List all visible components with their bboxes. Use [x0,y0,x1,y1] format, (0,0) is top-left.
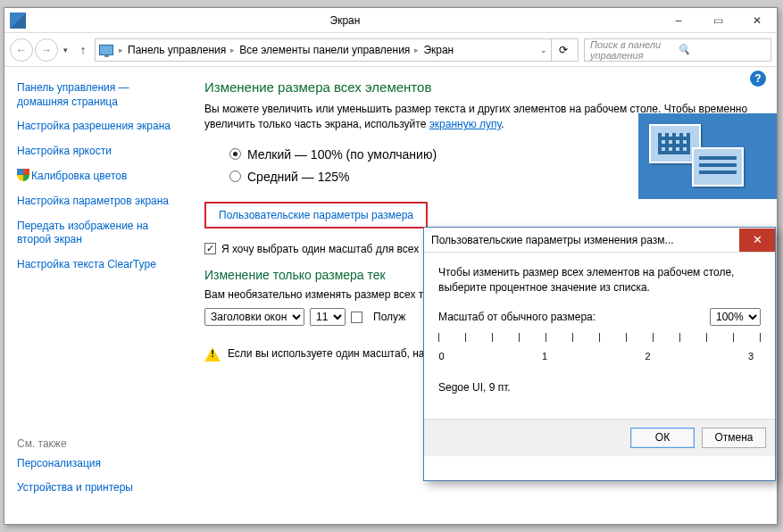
maximize-button[interactable]: ▭ [698,9,737,32]
font-sample: Segoe UI, 9 пт. [438,381,761,394]
dialog-ok-button[interactable]: ОК [630,428,695,448]
nav-up-button[interactable]: ↑ [73,43,93,57]
crumb-1[interactable]: Панель управления [128,44,226,56]
element-select[interactable]: Заголовки окон [204,308,304,326]
nav-forward-button[interactable]: → [35,38,58,62]
scale-preview [638,113,777,199]
custom-size-highlight: Пользовательские параметры размера [204,202,428,229]
crumb-3[interactable]: Экран [423,44,454,56]
nav-back-button[interactable]: ← [10,38,33,62]
nav-bar: ← → ▾ ↑ ▸ Панель управления ▸ Все элемен… [4,33,777,67]
sidebar-brightness[interactable]: Настройка яркости [17,145,112,157]
dpi-ruler[interactable]: 0 1 2 3 [438,333,761,369]
sidebar-color-calibration[interactable]: Калибровка цветов [31,170,127,182]
dialog-title: Пользовательские параметры изменения раз… [431,234,739,246]
fontsize-select[interactable]: 11 [310,308,346,326]
dialog-close-button[interactable]: ✕ [739,229,775,252]
bold-checkbox[interactable] [351,312,362,323]
see-also-personalization[interactable]: Персонализация [17,457,101,470]
dialog-cancel-button[interactable]: Отмена [702,428,766,448]
one-scale-checkbox[interactable]: ✓ [204,243,216,254]
dialog-titlebar[interactable]: Пользовательские параметры изменения раз… [424,228,775,253]
sidebar-project[interactable]: Передать изображение на второй экран [17,220,148,246]
close-button[interactable]: ✕ [737,9,777,32]
custom-dpi-dialog: Пользовательские параметры изменения раз… [423,227,776,481]
window-title: Экран [31,14,659,27]
shield-icon [17,169,29,181]
scale-select[interactable]: 100% [710,308,761,326]
radio-small[interactable] [229,148,241,160]
help-icon[interactable]: ? [750,71,766,87]
see-also-heading: См. также [17,437,174,450]
sidebar-home[interactable]: Панель управления — домашняя страница [17,81,129,108]
custom-size-link[interactable]: Пользовательские параметры размера [219,209,413,221]
scale-from-label: Масштаб от обычного размера: [438,311,596,323]
sidebar-display-settings[interactable]: Настройка параметров экрана [17,195,169,207]
refresh-button[interactable]: ⟳ [551,39,574,61]
sidebar: Панель управления — домашняя страница На… [4,67,183,524]
search-input[interactable]: Поиск в панели управления 🔍 [584,38,771,62]
crumb-dropdown[interactable]: ⌄ [537,46,551,54]
sidebar-cleartype[interactable]: Настройка текста ClearType [17,258,156,270]
dialog-description: Чтобы изменить размер всех элементов на … [438,265,761,295]
warning-icon [204,347,221,362]
heading-scale-all: Изменение размера всех элементов [204,79,759,95]
one-scale-label: Я хочу выбрать один масштаб для всех [221,243,419,255]
breadcrumb[interactable]: ▸ Панель управления ▸ Все элементы панел… [95,38,579,62]
monitor-icon [99,45,113,55]
magnifier-link[interactable]: экранную лупу [429,118,502,130]
bold-label: Полуж [373,311,405,323]
minimize-button[interactable]: – [659,9,698,32]
preview-window-2 [692,147,744,187]
radio-medium[interactable] [229,170,241,182]
app-icon [10,12,26,29]
sidebar-resolution[interactable]: Настройка разрешения экрана [17,120,171,132]
crumb-2[interactable]: Все элементы панели управления [239,44,410,56]
see-also-devices[interactable]: Устройства и принтеры [17,481,133,494]
search-icon: 🔍 [678,44,765,55]
titlebar: Экран – ▭ ✕ [4,8,777,33]
nav-history-dropdown[interactable]: ▾ [60,46,71,54]
